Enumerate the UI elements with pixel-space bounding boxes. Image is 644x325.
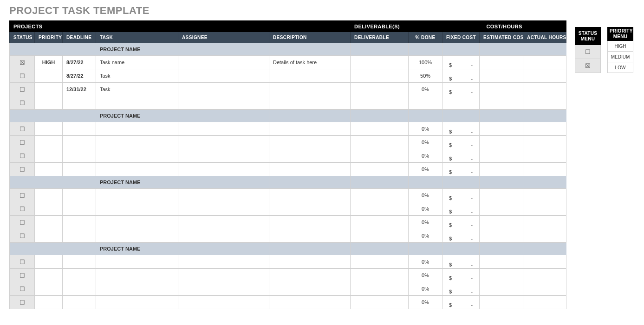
pctdone-cell[interactable]: 100% [409, 56, 442, 69]
status-checkbox[interactable]: ☐ [9, 255, 35, 269]
actualhours-cell[interactable] [523, 122, 566, 136]
actualhours-cell[interactable] [523, 296, 566, 309]
deliverable-cell[interactable] [351, 269, 409, 282]
assignee-cell[interactable] [178, 163, 269, 176]
description-cell[interactable] [269, 216, 351, 229]
pctdone-cell[interactable]: 0% [409, 229, 442, 243]
assignee-cell[interactable] [178, 255, 269, 269]
deadline-cell[interactable]: 12/31/22 [63, 83, 96, 96]
description-cell[interactable] [269, 296, 351, 309]
fixedcost-cell[interactable]: $- [442, 282, 480, 296]
assignee-cell[interactable] [178, 136, 269, 149]
project-name[interactable]: PROJECT NAME [96, 176, 178, 189]
deadline-cell[interactable] [63, 163, 96, 176]
pctdone-cell[interactable]: 0% [409, 296, 442, 309]
priority-cell[interactable] [35, 229, 63, 243]
status-menu-item[interactable]: ☐ [575, 45, 601, 59]
actualhours-cell[interactable] [523, 149, 566, 163]
fixedcost-cell[interactable]: $- [442, 216, 480, 229]
priority-cell[interactable] [35, 69, 63, 83]
status-checkbox[interactable]: ☐ [9, 83, 35, 96]
status-checkbox[interactable]: ☐ [9, 69, 35, 83]
fixedcost-cell[interactable]: $- [442, 56, 480, 69]
estcost-cell[interactable] [480, 255, 523, 269]
fixedcost-cell[interactable]: $- [442, 69, 480, 83]
task-cell[interactable]: Task [96, 83, 178, 96]
estcost-cell[interactable] [480, 96, 523, 110]
deadline-cell[interactable] [63, 96, 96, 110]
task-cell[interactable] [96, 216, 178, 229]
assignee-cell[interactable] [178, 69, 269, 83]
project-name[interactable]: PROJECT NAME [96, 110, 178, 122]
estcost-cell[interactable] [480, 282, 523, 296]
description-cell[interactable] [269, 255, 351, 269]
status-checkbox[interactable]: ☐ [9, 96, 35, 110]
deliverable-cell[interactable] [351, 229, 409, 243]
estcost-cell[interactable] [480, 56, 523, 69]
priority-cell[interactable] [35, 216, 63, 229]
pctdone-cell[interactable]: 0% [409, 163, 442, 176]
deadline-cell[interactable] [63, 149, 96, 163]
estcost-cell[interactable] [480, 296, 523, 309]
fixedcost-cell[interactable] [442, 96, 480, 110]
description-cell[interactable] [269, 149, 351, 163]
status-checkbox[interactable]: ☐ [9, 189, 35, 202]
estcost-cell[interactable] [480, 83, 523, 96]
task-cell[interactable]: Task name [96, 56, 178, 69]
pctdone-cell[interactable]: 0% [409, 149, 442, 163]
priority-cell[interactable] [35, 122, 63, 136]
fixedcost-cell[interactable]: $- [442, 229, 480, 243]
actualhours-cell[interactable] [523, 282, 566, 296]
priority-cell[interactable] [35, 96, 63, 110]
priority-menu-item[interactable]: LOW [607, 62, 633, 73]
task-cell[interactable] [96, 189, 178, 202]
description-cell[interactable] [269, 69, 351, 83]
pctdone-cell[interactable]: 0% [409, 269, 442, 282]
deliverable-cell[interactable] [351, 69, 409, 83]
status-checkbox[interactable]: ☐ [9, 229, 35, 243]
assignee-cell[interactable] [178, 282, 269, 296]
priority-cell[interactable]: HIGH [35, 56, 63, 69]
deliverable-cell[interactable] [351, 122, 409, 136]
deadline-cell[interactable] [63, 136, 96, 149]
task-cell[interactable] [96, 296, 178, 309]
priority-menu-item[interactable]: HIGH [607, 41, 633, 52]
actualhours-cell[interactable] [523, 136, 566, 149]
description-cell[interactable] [269, 83, 351, 96]
assignee-cell[interactable] [178, 296, 269, 309]
status-checkbox[interactable]: ☐ [9, 282, 35, 296]
priority-cell[interactable] [35, 189, 63, 202]
estcost-cell[interactable] [480, 216, 523, 229]
description-cell[interactable] [269, 202, 351, 216]
description-cell[interactable]: Details of task here [269, 56, 351, 69]
deliverable-cell[interactable] [351, 282, 409, 296]
deadline-cell[interactable] [63, 296, 96, 309]
description-cell[interactable] [269, 282, 351, 296]
actualhours-cell[interactable] [523, 189, 566, 202]
deadline-cell[interactable] [63, 189, 96, 202]
task-cell[interactable] [96, 163, 178, 176]
fixedcost-cell[interactable]: $- [442, 189, 480, 202]
status-checkbox[interactable]: ☒ [9, 56, 35, 69]
task-cell[interactable] [96, 136, 178, 149]
actualhours-cell[interactable] [523, 202, 566, 216]
estcost-cell[interactable] [480, 189, 523, 202]
assignee-cell[interactable] [178, 229, 269, 243]
priority-cell[interactable] [35, 296, 63, 309]
pctdone-cell[interactable]: 50% [409, 69, 442, 83]
deadline-cell[interactable] [63, 255, 96, 269]
task-cell[interactable] [96, 202, 178, 216]
deadline-cell[interactable]: 8/27/22 [63, 56, 96, 69]
estcost-cell[interactable] [480, 122, 523, 136]
priority-cell[interactable] [35, 282, 63, 296]
task-cell[interactable] [96, 122, 178, 136]
deadline-cell[interactable] [63, 202, 96, 216]
deadline-cell[interactable] [63, 229, 96, 243]
priority-cell[interactable] [35, 163, 63, 176]
deliverable-cell[interactable] [351, 163, 409, 176]
description-cell[interactable] [269, 269, 351, 282]
actualhours-cell[interactable] [523, 229, 566, 243]
assignee-cell[interactable] [178, 122, 269, 136]
fixedcost-cell[interactable]: $- [442, 136, 480, 149]
deliverable-cell[interactable] [351, 255, 409, 269]
